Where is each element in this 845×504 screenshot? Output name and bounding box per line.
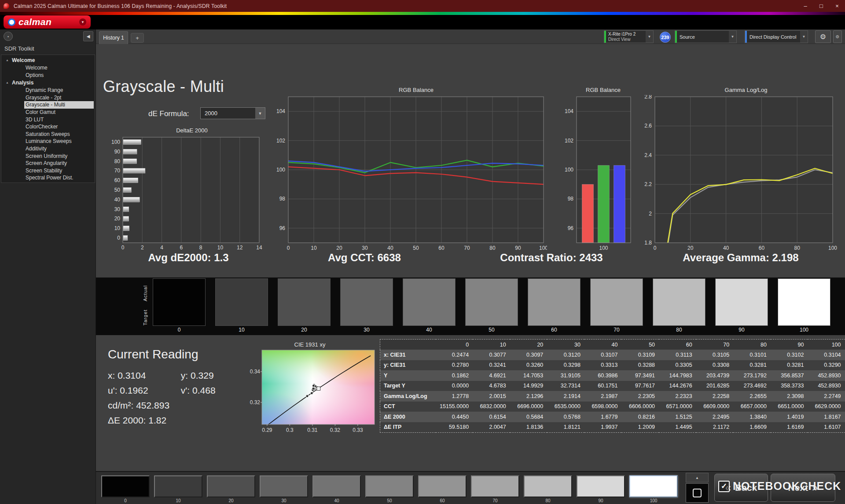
table-cell: 60.1751 [584, 381, 622, 391]
sidebar-item-colorchecker[interactable]: ColorChecker [1, 123, 95, 131]
table-row-label: x: CIE31 [380, 350, 436, 360]
table-cell: 6571.0000 [659, 402, 696, 412]
bottombar: 0102030405060708090100 ▲ « Back Next » ✓… [96, 471, 845, 504]
rainbow-gradient [0, 12, 845, 15]
table-cell: 0.3101 [733, 350, 771, 360]
de-formula-select[interactable]: 2000 ▼ [200, 107, 265, 119]
table-cell: 6657.0000 [733, 402, 771, 412]
sidebar-item-screen-angularity[interactable]: Screen Angularity [1, 160, 95, 167]
chevron-down-icon[interactable]: ▼ [79, 18, 86, 26]
svg-text:98: 98 [568, 196, 574, 202]
meter-dropdown[interactable]: X-Rite i1Pro 2 Direct View ▼ [604, 30, 654, 43]
sidebar-item-3d-lut[interactable]: 3D LUT [1, 116, 95, 124]
svg-text:96: 96 [279, 225, 286, 231]
table-cell: 14.7053 [510, 370, 547, 381]
table-cell: 59.5180 [436, 422, 473, 433]
table-col-header: 60 [659, 340, 696, 350]
add-tab-button[interactable]: + [131, 33, 144, 43]
table-cell: 15155.0000 [436, 402, 473, 412]
table-row-label: Gamma Log/Log [380, 391, 436, 402]
table-cell: 144.7983 [659, 370, 696, 381]
pattern-window-button[interactable] [686, 483, 709, 503]
table-cell: 2.2323 [659, 391, 696, 402]
settings-button[interactable]: ⚙ [815, 30, 831, 43]
sidebar-section-analysis[interactable]: ▲Analysis [1, 79, 95, 87]
table-cell: 0.8216 [621, 412, 659, 422]
sidebar-collapse-button[interactable]: ◀ [83, 31, 93, 41]
sidebar-item-grayscale-2pt[interactable]: Grayscale - 2pt [1, 94, 95, 102]
sidebar-item-screen-stability[interactable]: Screen Stability [1, 167, 95, 175]
target-axis-label: Target [143, 305, 149, 330]
table-cell: 144.2676 [659, 381, 696, 391]
grayscale-swatch-20 [278, 278, 331, 326]
minimize-button[interactable]: – [797, 0, 813, 12]
maximize-button[interactable]: □ [813, 0, 829, 12]
sidebar-options-button[interactable]: ● [4, 32, 13, 41]
sidebar-item-welcome[interactable]: Welcome [1, 64, 95, 72]
calman-logo-menu[interactable]: calman ▼ [4, 15, 91, 29]
swatch-label: 60 [528, 327, 580, 333]
table-cell: 0.3113 [659, 350, 696, 360]
pattern-button-80[interactable] [524, 475, 572, 497]
sidebar-item-spectral-power-dist-[interactable]: Spectral Power Dist. [1, 174, 95, 182]
logo-swoosh-icon [8, 18, 15, 26]
sidebar-title: SDR Toolkit [4, 45, 34, 52]
settings-secondary-button[interactable]: ⚙ [833, 30, 842, 43]
sidebar-item-additivity[interactable]: Additivity [1, 145, 95, 153]
table-col-header: 80 [733, 340, 771, 350]
pattern-button-20[interactable] [207, 475, 255, 497]
table-col-header: 30 [547, 340, 584, 350]
pattern-button-70[interactable] [471, 475, 519, 497]
sidebar-item-options[interactable]: Options [1, 72, 95, 79]
rgb-balance-bar-chart: RGB Balance 9698100102104100 [558, 86, 635, 254]
grayscale-swatch-100 [778, 278, 830, 326]
table-cell: 0.3105 [696, 350, 734, 360]
table-cell: 273.4692 [733, 381, 771, 391]
pattern-button-0[interactable] [101, 475, 150, 497]
table-cell: 2.0047 [473, 422, 510, 433]
pattern-button-10[interactable] [154, 475, 202, 497]
chevrons-left-icon: « [725, 482, 731, 494]
svg-text:0.31: 0.31 [307, 427, 318, 433]
source-dropdown[interactable]: Source ▼ [675, 30, 737, 43]
table-cell: 2.0015 [473, 391, 510, 402]
display-control-dropdown[interactable]: Direct Display Control ▼ [745, 30, 808, 43]
sidebar-item-dynamic-range[interactable]: Dynamic Range [1, 87, 95, 94]
reading-y: y: 0.329 [181, 370, 214, 380]
pattern-up-button[interactable]: ▲ [686, 473, 709, 482]
pattern-button-100[interactable] [629, 475, 678, 497]
pattern-button-60[interactable] [418, 475, 467, 497]
svg-text:20: 20 [114, 215, 121, 222]
gamma-chart-title: Gamma Log/Log [638, 86, 841, 95]
tab-history-1[interactable]: History 1 [99, 31, 128, 44]
swatch-label: 70 [590, 327, 643, 333]
sidebar-item-luminance-sweeps[interactable]: Luminance Sweeps [1, 138, 95, 145]
pattern-button-40[interactable] [312, 475, 361, 497]
sidebar-item-screen-uniformity[interactable]: Screen Uniformity [1, 153, 95, 160]
expander-icon: ▲ [6, 79, 9, 87]
close-button[interactable]: × [829, 0, 845, 12]
svg-text:70: 70 [114, 168, 121, 174]
main-content: Grayscale - Multi dE Formula: 2000 ▼ Del… [96, 44, 845, 471]
svg-text:104: 104 [276, 108, 285, 114]
pattern-button-30[interactable] [260, 475, 308, 497]
swatch-label: 20 [278, 327, 331, 333]
sidebar-item-grayscale-multi[interactable]: Grayscale - Multi [24, 101, 94, 109]
grayscale-swatch-10 [215, 278, 268, 326]
dot-icon: ● [7, 35, 9, 38]
back-button-label: Back [735, 482, 757, 493]
table-cell: 4.6783 [473, 381, 510, 391]
sidebar-item-color-gamut[interactable]: Color Gamut [1, 109, 95, 116]
pattern-button-90[interactable] [577, 475, 625, 497]
display-control-label: Direct Display Control [745, 34, 800, 40]
table-cell: 1.8121 [547, 422, 584, 433]
rgb-balance-bar-plot: 9698100102104100 [558, 95, 635, 252]
meter-count-badge[interactable]: 239 [660, 32, 671, 43]
next-button[interactable]: Next » [771, 474, 835, 502]
svg-text:100: 100 [565, 167, 573, 173]
sidebar-item-saturation-sweeps[interactable]: Saturation Sweeps [1, 131, 95, 138]
back-button[interactable]: « Back [714, 474, 768, 502]
sidebar-section-welcome[interactable]: ▲Welcome [1, 56, 95, 64]
pattern-button-50[interactable] [365, 475, 414, 497]
table-cell: 0.3308 [696, 360, 734, 371]
